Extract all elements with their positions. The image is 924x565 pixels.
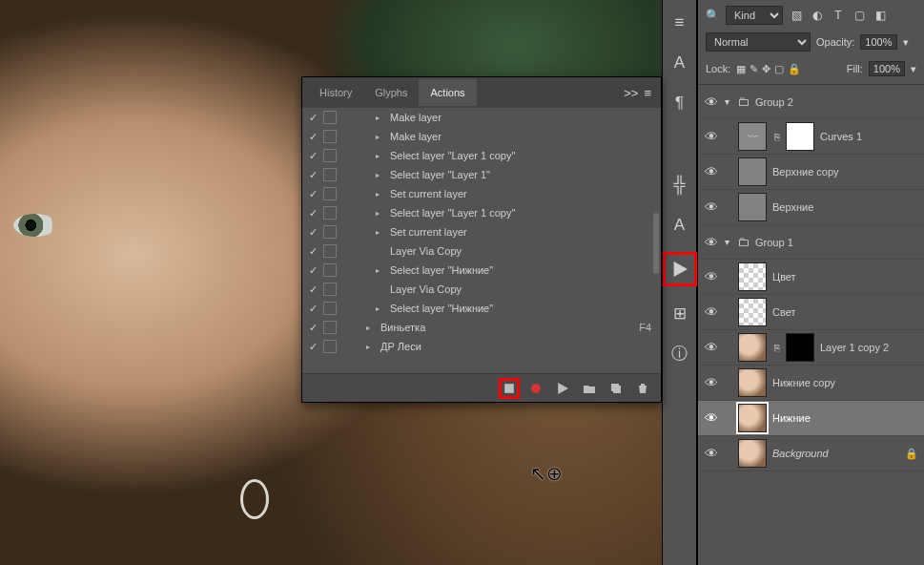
scrollbar-thumb[interactable] xyxy=(653,213,659,274)
visibility-icon[interactable]: 👁 xyxy=(704,446,719,461)
dialog-toggle[interactable] xyxy=(323,244,337,258)
chevron-right-icon[interactable]: ▸ xyxy=(373,209,382,218)
toolstrip-item[interactable]: ╬ xyxy=(667,172,693,199)
action-row[interactable]: ✓▸Set current layer xyxy=(302,222,661,241)
character-panel-icon[interactable]: A xyxy=(667,50,693,76)
layer-thumbnail[interactable] xyxy=(738,404,767,432)
action-row[interactable]: ✓Layer Via Copy xyxy=(302,280,661,299)
toggle-check-icon[interactable]: ✓ xyxy=(306,150,319,162)
play-button[interactable] xyxy=(552,378,573,399)
layer-thumbnail[interactable] xyxy=(738,262,767,291)
visibility-icon[interactable]: 👁 xyxy=(704,410,719,426)
lock-brush-icon[interactable]: ✎ xyxy=(749,63,758,75)
chevron-down-icon[interactable]: ▾ xyxy=(911,63,916,75)
fill-value[interactable]: 100% xyxy=(869,61,905,76)
action-row[interactable]: ✓▸ДР Леси xyxy=(302,337,661,356)
chevron-right-icon[interactable]: ▸ xyxy=(373,304,382,313)
toggle-check-icon[interactable]: ✓ xyxy=(306,112,319,124)
link-icon[interactable]: ⎘ xyxy=(774,343,780,353)
layer-row[interactable]: 👁 Верхние xyxy=(698,190,924,225)
mask-thumbnail[interactable] xyxy=(786,122,814,151)
visibility-icon[interactable]: 👁 xyxy=(704,129,719,144)
layer-name[interactable]: Group 1 xyxy=(755,237,793,248)
action-row[interactable]: ✓▸Select layer "Layer 1 copy" xyxy=(302,203,661,222)
dialog-toggle[interactable] xyxy=(323,111,337,124)
lock-pixels-icon[interactable]: ▦ xyxy=(736,63,746,75)
action-row[interactable]: ✓▸Make layer xyxy=(302,127,661,146)
layer-thumbnail[interactable] xyxy=(738,298,767,326)
lock-move-icon[interactable]: ✥ xyxy=(762,63,770,75)
tab-glyphs[interactable]: Glyphs xyxy=(363,79,419,106)
dialog-toggle[interactable] xyxy=(323,302,337,315)
layer-thumbnail[interactable] xyxy=(738,333,767,362)
layer-filter-kind[interactable]: Kind xyxy=(726,6,783,25)
action-row[interactable]: ✓▸Select layer "Layer 1 copy" xyxy=(302,146,661,165)
actions-play-highlight[interactable] xyxy=(663,252,697,286)
layer-row[interactable]: 👁 ⎘ Layer 1 copy 2 xyxy=(698,330,924,366)
layer-name[interactable]: Curves 1 xyxy=(820,131,862,142)
dialog-toggle[interactable] xyxy=(323,130,337,143)
chevron-right-icon[interactable]: ▸ xyxy=(363,324,373,332)
chevron-right-icon[interactable]: ▸ xyxy=(373,190,382,199)
mask-thumbnail[interactable] xyxy=(786,333,814,362)
record-button[interactable] xyxy=(525,378,546,399)
lock-all-icon[interactable]: 🔒 xyxy=(788,63,801,75)
panel-menu-icon[interactable]: ≡ xyxy=(644,86,651,100)
layer-thumbnail[interactable] xyxy=(738,368,767,397)
toolstrip-item[interactable]: ⊞ xyxy=(667,300,693,326)
toggle-check-icon[interactable]: ✓ xyxy=(306,226,319,239)
chevron-right-icon[interactable]: ▸ xyxy=(373,114,382,122)
dialog-toggle[interactable] xyxy=(323,340,337,353)
visibility-icon[interactable]: 👁 xyxy=(704,164,719,179)
chevron-right-icon[interactable]: ▸ xyxy=(373,171,382,179)
dialog-toggle[interactable] xyxy=(323,149,337,162)
chevron-down-icon[interactable]: ▾ xyxy=(903,36,909,49)
scrollbar[interactable] xyxy=(653,108,659,373)
blend-mode-select[interactable]: Normal xyxy=(706,32,811,52)
action-row[interactable]: ✓▸Make layer xyxy=(302,108,661,127)
layer-name[interactable]: Нижние copy xyxy=(772,377,835,388)
visibility-icon[interactable]: 👁 xyxy=(704,304,719,320)
visibility-icon[interactable]: 👁 xyxy=(704,375,719,390)
filter-pixel-icon[interactable]: ▧ xyxy=(789,8,804,23)
dialog-toggle[interactable] xyxy=(323,321,337,334)
filter-smart-icon[interactable]: ◧ xyxy=(873,8,888,23)
chevron-down-icon[interactable]: ▾ xyxy=(725,96,729,107)
glyphs-panel-icon[interactable]: A xyxy=(667,212,693,239)
dialog-toggle[interactable] xyxy=(323,225,337,239)
layer-name[interactable]: Group 2 xyxy=(755,96,793,108)
layer-row[interactable]: 👁 Нижние copy xyxy=(698,366,924,401)
toggle-check-icon[interactable]: ✓ xyxy=(306,322,319,334)
layer-thumbnail[interactable] xyxy=(738,157,767,186)
collapse-icon[interactable]: >> xyxy=(624,86,638,100)
action-row[interactable]: ✓▸Set current layer xyxy=(302,184,661,203)
layer-name[interactable]: Свет xyxy=(772,306,795,318)
dialog-toggle[interactable] xyxy=(323,282,337,296)
chevron-right-icon[interactable]: ▸ xyxy=(373,266,382,275)
action-row[interactable]: ✓▸ВиньеткаF4 xyxy=(302,318,661,337)
chevron-right-icon[interactable]: ▸ xyxy=(373,133,382,141)
dialog-toggle[interactable] xyxy=(323,206,337,220)
tab-history[interactable]: History xyxy=(308,79,363,106)
toggle-check-icon[interactable]: ✓ xyxy=(306,131,319,143)
paragraph-panel-icon[interactable]: ¶ xyxy=(667,90,693,116)
layer-thumbnail[interactable] xyxy=(738,439,767,468)
stop-button[interactable] xyxy=(499,378,520,399)
layer-row[interactable]: 👁 ▾ 🗀 Group 1 xyxy=(698,225,924,260)
layer-name[interactable]: Цвет xyxy=(772,271,796,282)
layer-row[interactable]: 👁 ▾ 🗀 Group 2 xyxy=(698,85,924,119)
toggle-check-icon[interactable]: ✓ xyxy=(306,188,319,200)
toggle-check-icon[interactable]: ✓ xyxy=(306,341,319,353)
layer-row[interactable]: 👁 Цвет xyxy=(698,260,924,295)
layer-row[interactable]: 👁 Background 🔒 xyxy=(698,436,924,471)
chevron-right-icon[interactable]: ▸ xyxy=(373,228,382,237)
action-row[interactable]: ✓▸Select layer "Layer 1" xyxy=(302,165,661,184)
layer-thumbnail[interactable] xyxy=(738,193,767,221)
toggle-check-icon[interactable]: ✓ xyxy=(306,245,319,258)
dialog-toggle[interactable] xyxy=(323,187,337,200)
visibility-icon[interactable]: 👁 xyxy=(704,235,719,250)
layer-name[interactable]: Верхние xyxy=(772,201,813,213)
layer-row[interactable]: 👁 Свет xyxy=(698,295,924,330)
layer-name[interactable]: Верхние copy xyxy=(772,166,839,178)
layer-row[interactable]: 👁 Верхние copy xyxy=(698,155,924,190)
